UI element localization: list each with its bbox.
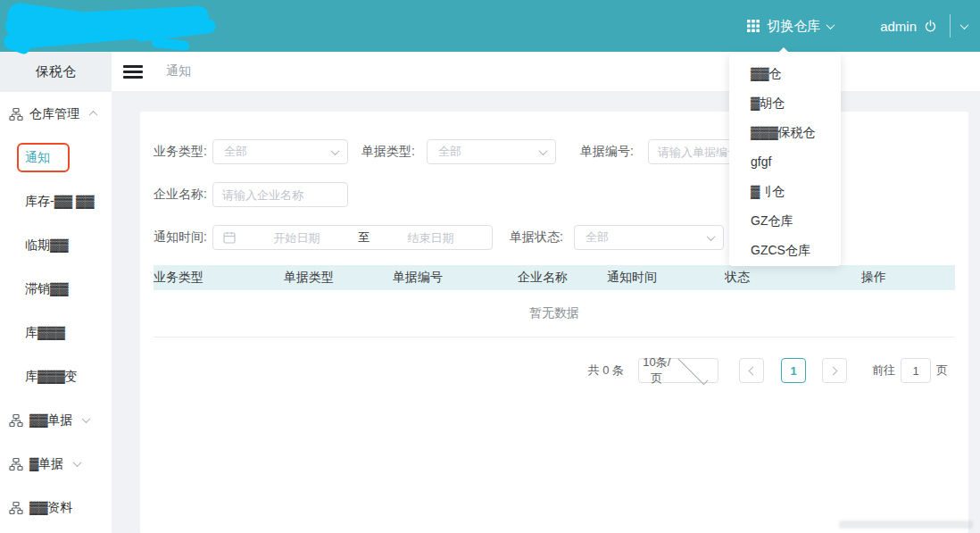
- table-column-header: 单据类型: [284, 270, 393, 286]
- table-column-header: 业务类型: [154, 270, 284, 286]
- sidebar-item-label: 临期▓▓: [25, 237, 68, 254]
- calendar-icon: [223, 231, 236, 244]
- prev-page-button[interactable]: [739, 358, 764, 383]
- doc-type-label: 单据类型:: [361, 144, 420, 160]
- warehouse-option[interactable]: GZ仓库: [729, 206, 841, 236]
- sidebar-item[interactable]: 临期▓▓: [0, 223, 112, 267]
- doc-status-select[interactable]: 全部: [574, 225, 724, 250]
- company-label: 企业名称:: [154, 187, 212, 203]
- sidebar-warehouse-title: 保税仓: [0, 52, 112, 92]
- chevron-right-icon: [829, 366, 838, 375]
- table-column-header: 企业名称: [518, 270, 607, 286]
- breadcrumb-bar: 通知: [112, 52, 980, 92]
- power-icon[interactable]: [924, 20, 937, 33]
- sidebar-item-label: ▓▓单据: [29, 412, 72, 429]
- goto-page-input[interactable]: [901, 358, 931, 383]
- warehouse-option[interactable]: ▓胡仓: [729, 88, 841, 118]
- watermark: [839, 521, 973, 529]
- sidebar-item-label: 通知: [25, 150, 50, 166]
- table-column-header: 操作: [861, 270, 955, 286]
- filter-form: 业务类型: 全部 单据类型: 全部 单据编号: 企业名称: 通知时间:: [140, 112, 968, 250]
- current-page-button[interactable]: 1: [781, 358, 806, 383]
- breadcrumb: 通知: [166, 63, 191, 79]
- sidebar-item[interactable]: 库▓▓▓变: [0, 354, 112, 398]
- sidebar-item-label: 仓库管理: [29, 106, 79, 122]
- business-type-select[interactable]: 全部: [212, 139, 348, 164]
- sidebar-item[interactable]: ▓▓单据: [0, 398, 112, 442]
- sidebar-item-label: ▓单据: [29, 456, 63, 472]
- sidebar-item[interactable]: 通知: [0, 136, 112, 179]
- warehouse-option[interactable]: ▓刂仓: [729, 177, 841, 206]
- table-column-header: 状态: [725, 270, 861, 286]
- chevron-down-icon: [707, 232, 716, 241]
- doc-type-select[interactable]: 全部: [427, 139, 556, 164]
- sidebar-item-label: 滞销▓▓: [25, 281, 68, 297]
- table-column-header: 单据编号: [393, 270, 518, 286]
- sitemap-icon: [9, 457, 23, 471]
- sidebar-menu: 仓库管理 通知 库存-▓▓ ▓▓ 临期▓▓ 滞销▓▓ 库▓▓▓: [0, 92, 112, 529]
- app-header: 切换仓库 admin: [0, 0, 980, 52]
- grid-icon: [747, 20, 760, 32]
- start-date-input[interactable]: [236, 231, 358, 245]
- chevron-down-icon: [331, 146, 340, 155]
- warehouse-option[interactable]: gfgf: [729, 147, 841, 177]
- sidebar-item[interactable]: ▓▓资料: [0, 486, 112, 529]
- divider: [950, 14, 951, 37]
- main-area: 业务类型: 全部 单据类型: 全部 单据编号: 企业名称: 通知时间:: [112, 92, 980, 533]
- switch-warehouse-button[interactable]: 切换仓库: [747, 18, 834, 35]
- chevron-down-icon: [677, 354, 708, 385]
- notifications-table: 业务类型单据类型单据编号企业名称通知时间状态操作 暂无数据: [154, 265, 955, 337]
- sitemap-icon: [9, 413, 23, 428]
- sitemap-icon: [9, 501, 23, 515]
- user-menu-chevron-icon[interactable]: [960, 21, 969, 29]
- sidebar-item[interactable]: ▓单据: [0, 442, 112, 486]
- sidebar-item-label: ▓▓资料: [29, 500, 72, 516]
- notify-time-label: 通知时间:: [154, 229, 212, 246]
- sitemap-icon: [9, 107, 23, 121]
- sidebar-item[interactable]: 库▓▓▓: [0, 311, 112, 354]
- warehouse-option[interactable]: GZCS仓库: [729, 236, 841, 265]
- table-column-header: 通知时间: [607, 270, 725, 286]
- sidebar-item-label: 库存-▓▓ ▓▓: [25, 194, 94, 210]
- date-separator: 至: [358, 229, 370, 246]
- chevron-icon: [73, 458, 82, 467]
- content-card: 业务类型: 全部 单据类型: 全部 单据编号: 企业名称: 通知时间:: [140, 112, 968, 533]
- username-label: admin: [880, 19, 917, 34]
- chevron-down-icon: [539, 146, 548, 155]
- doc-status-label: 单据状态:: [504, 229, 569, 246]
- notify-time-range-picker[interactable]: 至: [212, 225, 493, 250]
- empty-state: 暂无数据: [154, 290, 955, 337]
- sidebar-item[interactable]: 仓库管理: [0, 92, 112, 136]
- next-page-button[interactable]: [822, 358, 847, 383]
- sidebar-item-label: 库▓▓▓: [25, 325, 65, 341]
- chevron-icon: [89, 111, 98, 120]
- warehouse-option[interactable]: ▓▓仓: [729, 59, 841, 88]
- switch-warehouse-label: 切换仓库: [767, 18, 820, 35]
- chevron-left-icon: [749, 366, 758, 375]
- warehouse-option[interactable]: ▓▓▓保税仓: [729, 118, 841, 147]
- chevron-icon: [82, 414, 91, 423]
- sidebar-item[interactable]: 库存-▓▓ ▓▓: [0, 179, 112, 223]
- chevron-down-icon: [826, 21, 835, 29]
- sidebar-item-label: 库▓▓▓变: [25, 369, 78, 385]
- total-count: 共 0 条: [588, 362, 624, 379]
- collapse-menu-icon[interactable]: [123, 65, 143, 79]
- company-input[interactable]: [212, 182, 348, 207]
- end-date-input[interactable]: [370, 231, 492, 245]
- sidebar-item[interactable]: 滞销▓▓: [0, 267, 112, 311]
- table-header-row: 业务类型单据类型单据编号企业名称通知时间状态操作: [154, 265, 955, 290]
- sidebar: 保税仓 仓库管理 通知 库存-▓▓ ▓▓ 临期▓▓ 滞销▓▓: [0, 52, 112, 533]
- business-type-label: 业务类型:: [154, 144, 212, 160]
- goto-unit-label: 页: [936, 362, 948, 379]
- goto-label: 前往: [872, 362, 895, 379]
- doc-no-label: 单据编号:: [580, 144, 639, 160]
- pagination: 共 0 条 10条/页 1 前往 页: [140, 358, 968, 383]
- warehouse-dropdown-menu: ▓▓仓▓胡仓▓▓▓保税仓gfgf▓刂仓GZ仓库GZCS仓库: [729, 54, 841, 266]
- page-size-select[interactable]: 10条/页: [638, 358, 718, 383]
